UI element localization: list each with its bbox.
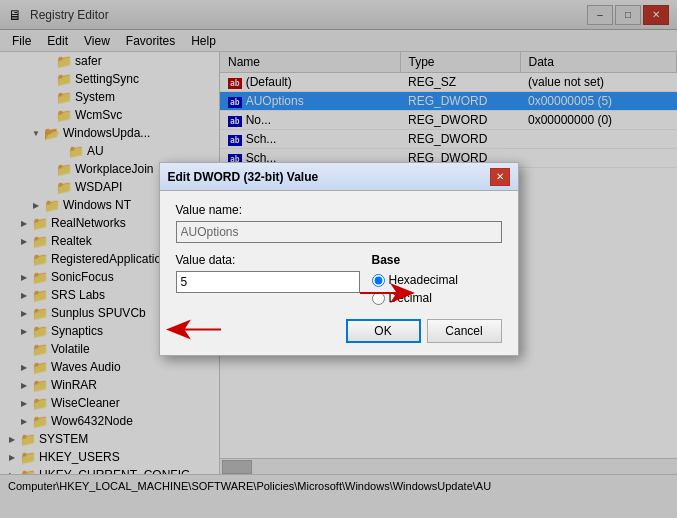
- arrow-right-annotation: [166, 318, 221, 342]
- dialog-title: Edit DWORD (32-bit) Value: [168, 170, 319, 184]
- value-data-input[interactable]: [176, 271, 360, 293]
- value-name-label: Value name:: [176, 203, 502, 217]
- ok-button[interactable]: OK: [346, 319, 421, 343]
- cancel-button[interactable]: Cancel: [427, 319, 502, 343]
- dialog-buttons: OK Cancel: [176, 319, 502, 343]
- value-name-input[interactable]: [176, 221, 502, 243]
- base-label: Base: [372, 253, 502, 267]
- svg-marker-0: [360, 283, 415, 303]
- svg-marker-1: [166, 320, 221, 340]
- modal-overlay: Edit DWORD (32-bit) Value ✕ Value name: …: [0, 0, 677, 518]
- edit-dword-dialog: Edit DWORD (32-bit) Value ✕ Value name: …: [159, 162, 519, 356]
- arrow-left-annotation: [360, 281, 415, 305]
- dialog-row: Value data: Base Hexadecimal: [176, 253, 502, 305]
- dialog-body: Value name: Value data: Base: [160, 191, 518, 355]
- dialog-close-button[interactable]: ✕: [490, 168, 510, 186]
- value-data-label: Value data:: [176, 253, 360, 267]
- dialog-titlebar: Edit DWORD (32-bit) Value ✕: [160, 163, 518, 191]
- value-data-section: Value data:: [176, 253, 360, 293]
